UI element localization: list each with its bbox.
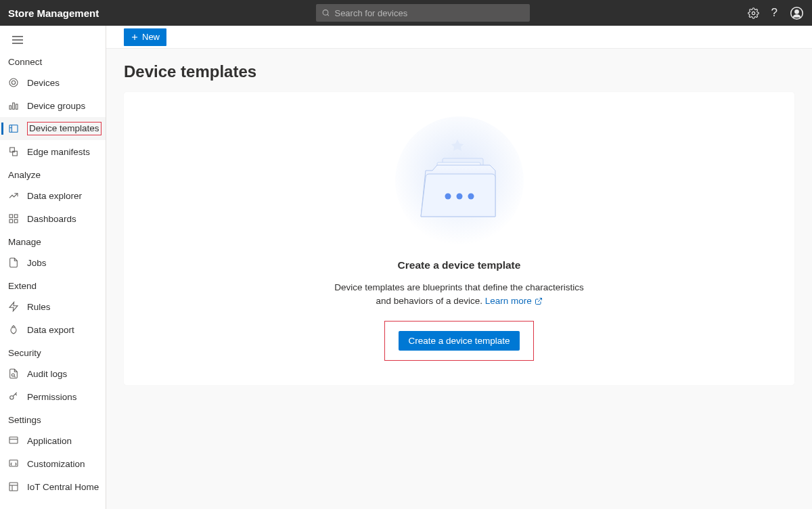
home-icon (8, 481, 19, 492)
svg-point-35 (445, 194, 451, 200)
sidebar-item-label: Device groups (27, 101, 85, 111)
sidebar-item-label: Jobs (27, 258, 47, 268)
new-button[interactable]: New (124, 28, 166, 46)
sidebar-item-edge-manifests[interactable]: Edge manifests (0, 140, 106, 163)
svg-rect-10 (9, 106, 12, 109)
section-analyze: Analyze (0, 163, 106, 184)
plus-icon (131, 33, 139, 41)
jobs-icon (8, 257, 19, 268)
dashboards-icon (8, 213, 19, 224)
data-explorer-icon (8, 190, 19, 201)
sidebar-item-label: Audit logs (27, 369, 67, 379)
section-connect: Connect (0, 50, 106, 71)
edge-manifests-icon (8, 146, 19, 157)
sidebar-item-label: Devices (27, 78, 60, 88)
account-icon[interactable] (790, 6, 804, 20)
sidebar-item-audit-logs[interactable]: Audit logs (0, 362, 106, 385)
empty-state-card: Create a device template Device template… (124, 92, 794, 385)
svg-rect-13 (9, 125, 18, 133)
svg-point-8 (9, 79, 18, 87)
svg-point-0 (323, 10, 329, 16)
svg-rect-16 (9, 215, 13, 218)
permissions-icon (8, 391, 19, 402)
sidebar-item-data-explorer[interactable]: Data explorer (0, 184, 106, 207)
sidebar-item-customization[interactable]: Customization (0, 452, 106, 475)
svg-rect-24 (9, 437, 18, 443)
sidebar-item-permissions[interactable]: Permissions (0, 385, 106, 408)
svg-rect-26 (9, 460, 18, 466)
settings-icon[interactable] (748, 7, 759, 19)
svg-point-36 (456, 194, 462, 200)
search-input[interactable] (334, 8, 524, 18)
toolbar: New (106, 26, 812, 49)
sidebar-item-label: Rules (27, 302, 51, 312)
top-bar: Store Management ? (0, 0, 812, 26)
sidebar: Connect Devices Device groups Device tem… (0, 26, 106, 509)
svg-point-9 (12, 81, 15, 84)
sidebar-item-iot-central-home[interactable]: IoT Central Home (0, 475, 106, 498)
section-settings: Settings (0, 408, 106, 429)
sidebar-item-label: Edge manifests (27, 147, 90, 157)
sidebar-item-application[interactable]: Application (0, 429, 106, 452)
sidebar-item-jobs[interactable]: Jobs (0, 251, 106, 274)
learn-more-link[interactable]: Learn more (485, 296, 543, 306)
search-box[interactable] (316, 4, 530, 22)
svg-rect-11 (13, 103, 15, 109)
sidebar-item-label: Permissions (27, 392, 77, 402)
help-icon[interactable]: ? (771, 6, 777, 20)
empty-state-description: Device templates are blueprints that def… (334, 281, 583, 307)
sidebar-item-label: Data explorer (27, 191, 82, 201)
cta-highlight: Create a device template (384, 321, 533, 361)
sidebar-item-data-export[interactable]: Data export (0, 318, 106, 341)
svg-line-38 (538, 298, 542, 302)
customization-icon (8, 458, 19, 469)
sidebar-item-label: Data export (27, 325, 74, 335)
svg-point-4 (795, 9, 798, 13)
svg-point-2 (752, 12, 754, 14)
svg-point-21 (12, 374, 14, 376)
sidebar-item-devices[interactable]: Devices (0, 71, 106, 94)
svg-point-37 (468, 194, 474, 200)
search-icon (321, 8, 330, 18)
sidebar-item-label: Dashboards (27, 214, 76, 224)
device-groups-icon (8, 100, 19, 111)
create-device-template-button[interactable]: Create a device template (399, 331, 519, 351)
sidebar-item-label: Application (27, 436, 72, 446)
section-manage: Manage (0, 230, 106, 251)
app-title: Store Management (8, 7, 99, 19)
external-link-icon (535, 297, 543, 305)
top-actions: ? (748, 6, 804, 20)
application-icon (8, 435, 19, 446)
svg-rect-17 (14, 215, 18, 218)
main-content: New Device templates (106, 26, 812, 509)
sidebar-item-label: Customization (27, 459, 85, 469)
sidebar-item-rules[interactable]: Rules (0, 295, 106, 318)
svg-point-23 (10, 396, 14, 399)
hamburger-icon (12, 36, 23, 44)
new-button-label: New (142, 32, 160, 42)
audit-logs-icon (8, 368, 19, 379)
sidebar-item-dashboards[interactable]: Dashboards (0, 207, 106, 230)
data-export-icon (8, 324, 19, 335)
sidebar-item-device-templates[interactable]: Device templates (0, 117, 106, 140)
section-extend: Extend (0, 274, 106, 295)
folder-illustration (388, 116, 531, 247)
svg-rect-19 (14, 219, 18, 223)
sidebar-item-label: Device templates (27, 122, 102, 135)
devices-icon (8, 77, 19, 88)
menu-toggle[interactable] (0, 30, 106, 50)
svg-rect-12 (16, 104, 18, 109)
svg-rect-27 (9, 483, 18, 491)
sidebar-item-label: IoT Central Home (27, 482, 99, 492)
rules-icon (8, 301, 19, 312)
empty-state-title: Create a device template (398, 259, 521, 271)
page-title: Device templates (106, 49, 812, 92)
svg-marker-20 (9, 302, 18, 311)
section-security: Security (0, 341, 106, 362)
svg-line-1 (328, 14, 329, 16)
device-templates-icon (8, 123, 19, 134)
svg-rect-18 (9, 219, 13, 223)
svg-line-22 (14, 376, 15, 377)
sidebar-item-device-groups[interactable]: Device groups (0, 94, 106, 117)
search-wrap (99, 4, 747, 22)
